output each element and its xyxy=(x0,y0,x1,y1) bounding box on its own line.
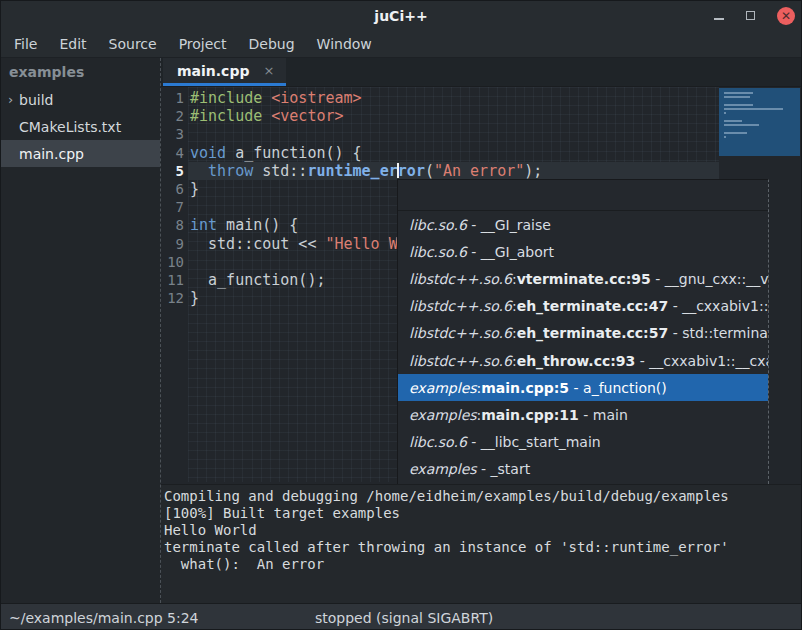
file-tree-sidebar: examples ›buildCMakeLists.txtmain.cpp xyxy=(1,58,161,603)
titlebar[interactable]: juCi++ ✕ xyxy=(1,1,801,30)
line-number-gutter: 123456789101112 xyxy=(161,89,188,307)
menu-item-debug[interactable]: Debug xyxy=(238,32,306,56)
minimize-icon[interactable] xyxy=(714,18,724,20)
chevron-right-icon[interactable]: › xyxy=(1,92,19,107)
sidebar-item-label: CMakeLists.txt xyxy=(19,119,121,135)
code-line: #include <vector> xyxy=(190,107,801,125)
restore-icon[interactable] xyxy=(746,11,755,20)
project-name: examples xyxy=(1,58,160,86)
statusbar: ~/examples/main.cpp 5:24 stopped (signal… xyxy=(1,603,801,630)
status-debug-state: stopped (signal SIGABRT) xyxy=(315,610,493,626)
menu-item-window[interactable]: Window xyxy=(306,32,383,56)
code-line xyxy=(190,125,801,143)
sidebar-item-main-cpp[interactable]: main.cpp xyxy=(1,140,160,167)
window-title: juCi++ xyxy=(374,8,427,24)
code-line: #include <iostream> xyxy=(190,89,801,107)
backtrace-popup: libc.so.6 - __GI_raiselibc.so.6 - __GI_a… xyxy=(397,179,769,484)
app-window: juCi++ ✕ FileEditSourceProjectDebugWindo… xyxy=(0,0,802,630)
terminal-output[interactable]: Compiling and debugging /home/eidheim/ex… xyxy=(161,484,801,603)
terminal-line: terminate called after throwing an insta… xyxy=(164,539,801,556)
close-icon[interactable]: ✕ xyxy=(777,7,795,25)
backtrace-item[interactable]: libstdc++.so.6:vterminate.cc:95 - __gnu_… xyxy=(398,265,768,292)
menu-item-project[interactable]: Project xyxy=(168,32,238,56)
backtrace-item[interactable]: libstdc++.so.6:eh_terminate.cc:47 - __cx… xyxy=(398,293,768,320)
tab-close-icon[interactable]: × xyxy=(263,63,274,78)
menu-item-edit[interactable]: Edit xyxy=(48,32,97,56)
status-file-location: ~/examples/main.cpp 5:24 xyxy=(9,610,199,626)
backtrace-item[interactable]: libc.so.6 - __GI_raise xyxy=(398,211,768,238)
sidebar-item-label: build xyxy=(19,92,53,108)
tab-main-cpp[interactable]: main.cpp × xyxy=(163,58,286,86)
window-controls: ✕ xyxy=(714,1,795,30)
backtrace-item[interactable]: libc.so.6 - __libc_start_main xyxy=(398,429,768,456)
editor-column: main.cpp × 123456789101112 #include <ios… xyxy=(161,58,801,603)
tab-label: main.cpp xyxy=(177,63,249,79)
minimap[interactable] xyxy=(719,88,800,156)
terminal-line: Compiling and debugging /home/eidheim/ex… xyxy=(164,488,801,505)
terminal-line: [100%] Built target examples xyxy=(164,505,801,522)
code-editor[interactable]: 123456789101112 #include <iostream>#incl… xyxy=(161,87,801,484)
backtrace-item[interactable]: examples:main.cpp:5 - a_function() xyxy=(398,374,768,401)
backtrace-item[interactable]: libc.so.6 - __GI_abort xyxy=(398,238,768,265)
sidebar-item-label: main.cpp xyxy=(19,146,84,162)
terminal-line: what(): An error xyxy=(164,556,801,573)
menu-item-source[interactable]: Source xyxy=(98,32,168,56)
sidebar-item-cmakelists-txt[interactable]: CMakeLists.txt xyxy=(1,113,160,140)
content: examples ›buildCMakeLists.txtmain.cpp ma… xyxy=(1,58,801,603)
backtrace-item[interactable]: libstdc++.so.6:eh_throw.cc:93 - __cxxabi… xyxy=(398,347,768,374)
backtrace-popup-header xyxy=(398,180,768,211)
code-line: throw std::runtime_error("An error"); xyxy=(190,162,801,180)
menubar: FileEditSourceProjectDebugWindow xyxy=(1,30,801,58)
backtrace-item[interactable]: examples - _start xyxy=(398,456,768,483)
backtrace-item[interactable]: libstdc++.so.6:eh_terminate.cc:57 - std:… xyxy=(398,320,768,347)
menu-item-file[interactable]: File xyxy=(3,32,48,56)
tabbar: main.cpp × xyxy=(161,58,801,87)
backtrace-item[interactable]: examples:main.cpp:11 - main xyxy=(398,401,768,428)
sidebar-item-build[interactable]: ›build xyxy=(1,86,160,113)
code-line: void a_function() { xyxy=(190,144,801,162)
terminal-line: Hello World xyxy=(164,522,801,539)
